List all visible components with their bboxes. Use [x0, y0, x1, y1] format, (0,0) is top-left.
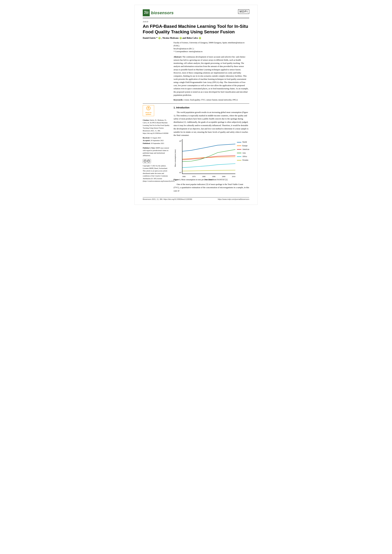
author1-orcid: iD	[158, 37, 161, 39]
legend-europe-line	[237, 145, 241, 146]
author2-orcid: iD	[180, 37, 182, 39]
legend-africa: Africa	[237, 155, 249, 158]
svg-point-14	[148, 107, 149, 108]
svg-rect-7	[144, 13, 145, 14]
author-separator1: ,	[161, 37, 162, 39]
x-tick-2000: 2000	[222, 175, 225, 178]
legend-asia: Asia	[237, 152, 249, 154]
author-separator2: and	[182, 37, 186, 39]
svg-point-13	[147, 106, 150, 110]
y-tick-low: 10⁷	[177, 171, 182, 174]
abstract-text: The continuous development of more accur…	[174, 55, 248, 96]
abstract-label: Abstract:	[174, 55, 182, 58]
footer-right: https://www.mdpi.com/journal/biosensors	[218, 198, 249, 200]
legend-world-line	[237, 142, 241, 143]
accepted-row: Accepted: 29 September 2021	[143, 139, 171, 142]
check-updates-icon	[146, 106, 151, 111]
svg-rect-2	[145, 11, 146, 12]
published-date: 30 September 2021	[151, 142, 164, 144]
keywords-text: e-nose; food quality; TVC; sensor fusion…	[184, 99, 238, 101]
author3-name: Belen Calvo	[187, 37, 198, 39]
svg-rect-5	[145, 12, 146, 13]
svg-rect-10	[148, 11, 148, 12]
x-axis-label: Time (years)	[182, 178, 235, 181]
x-tick-1990: 1990	[212, 175, 216, 178]
x-tick-1980: 1980	[202, 175, 205, 178]
received-date: 31 August 2021	[150, 137, 161, 139]
accepted-label: Accepted:	[143, 139, 150, 141]
svg-rect-1	[144, 11, 145, 12]
check-updates-label: check forupdates	[145, 112, 152, 115]
logo-icon	[143, 9, 150, 16]
mdpi-logo: MDPI	[238, 9, 249, 14]
figure1-caption-bold: Figure 1.	[174, 179, 181, 181]
keywords-label: Keywords:	[174, 99, 183, 101]
footer-left: Biosensors 2021, 11, 366. https://doi.or…	[143, 198, 192, 200]
page-footer: Biosensors 2021, 11, 366. https://doi.or…	[143, 197, 249, 200]
legend-americas-line	[237, 149, 241, 150]
author1-asterisk: *	[156, 37, 157, 39]
article-label: Article	[143, 20, 249, 23]
legend-oceania-line	[237, 160, 241, 160]
legend-americas: Americas	[237, 148, 249, 151]
abstract-block: Abstract: The continuous development of …	[174, 55, 249, 97]
legend-world: World	[237, 141, 249, 144]
figure1-legend: World Europe Americas Asia	[237, 139, 249, 162]
svg-rect-8	[145, 13, 146, 14]
legend-europe: Europe	[237, 144, 249, 147]
by-icon: BY	[147, 160, 150, 163]
legend-world-label: World	[242, 141, 247, 144]
correspondence: * Correspondence: eneriz@unizar.es	[174, 50, 203, 53]
section1-para2: One of the most popular indicators [3] o…	[174, 183, 249, 193]
cc-icon: CC	[144, 160, 147, 163]
x-tick-2010: 2010	[232, 175, 235, 178]
published-label: Published:	[143, 142, 150, 144]
y-tick-high: 10⁸	[177, 140, 182, 143]
svg-rect-12	[148, 13, 148, 14]
legend-africa-line	[237, 156, 241, 157]
citation-block: Citation: Enériz, D.; Medrano, N.; Calvo…	[143, 119, 171, 135]
legend-africa-label: Africa	[242, 155, 247, 158]
received-label: Received:	[143, 137, 150, 139]
publisher-note-label: Publisher's Note:	[143, 147, 155, 149]
journal-logo: biosensors	[143, 9, 174, 16]
figure1-container: Meat consumption (tons) 10⁸ 10⁷	[174, 139, 249, 177]
legend-oceania-label: Oceania	[242, 159, 248, 162]
left-sidebar: check forupdates Citation: Enériz, D.; M…	[143, 105, 174, 194]
dates-block: Received: 31 August 2021 Accepted: 29 Se…	[143, 137, 171, 145]
main-content: 1. Introduction The world population gro…	[174, 105, 249, 194]
author3-orcid: iD	[199, 37, 201, 39]
svg-rect-6	[147, 12, 147, 13]
svg-rect-9	[147, 13, 147, 14]
published-row: Published: 30 September 2021	[143, 142, 171, 145]
chart-svg	[182, 139, 235, 174]
affiliation-line1: Faculty of Science, University of Zarago…	[174, 42, 245, 47]
copyright-text: Copyright: © 2021 by the authors. Licens…	[143, 165, 171, 182]
legend-europe-label: Europe	[242, 144, 247, 147]
author2-name: Nicolas Medrano	[162, 37, 179, 39]
x-tick-1960: 1960	[182, 175, 186, 178]
legend-asia-line	[237, 153, 241, 153]
svg-rect-3	[147, 11, 147, 12]
citation-label: Citation:	[143, 119, 149, 121]
section1-para1: The world population growth results in a…	[174, 111, 249, 137]
section1-heading: 1. Introduction	[174, 106, 249, 109]
cc-license-block: CC BY	[143, 159, 171, 163]
cc-license-icons: CC BY	[143, 159, 151, 163]
affiliation-block: Faculty of Science, University of Zarago…	[174, 41, 249, 53]
citation-text: Enériz, D.; Medrano, N.; Calvo, B. An FP…	[143, 119, 169, 134]
two-column-layout: check forupdates Citation: Enériz, D.; M…	[143, 105, 249, 194]
author1-name: Daniel Enériz	[143, 37, 156, 39]
legend-oceania: Oceania	[237, 159, 249, 162]
page-header: biosensors MDPI	[143, 9, 249, 18]
publisher-note: Publisher's Note: MDPI stays neutral wit…	[143, 147, 171, 157]
journal-name: biosensors	[151, 10, 174, 15]
x-tick-1970: 1970	[192, 175, 196, 178]
check-for-updates-badge[interactable]: check forupdates	[143, 105, 154, 116]
legend-americas-label: Americas	[242, 148, 249, 151]
affiliation-line2: becalvo@unizar.es (B.C.)	[174, 48, 194, 50]
keywords-block: Keywords: e-nose; food quality; TVC; sen…	[174, 98, 249, 101]
svg-rect-11	[148, 12, 148, 13]
article-title: An FPGA-Based Machine Learning Tool for …	[143, 24, 249, 35]
accepted-date: 29 September 2021	[150, 139, 164, 141]
